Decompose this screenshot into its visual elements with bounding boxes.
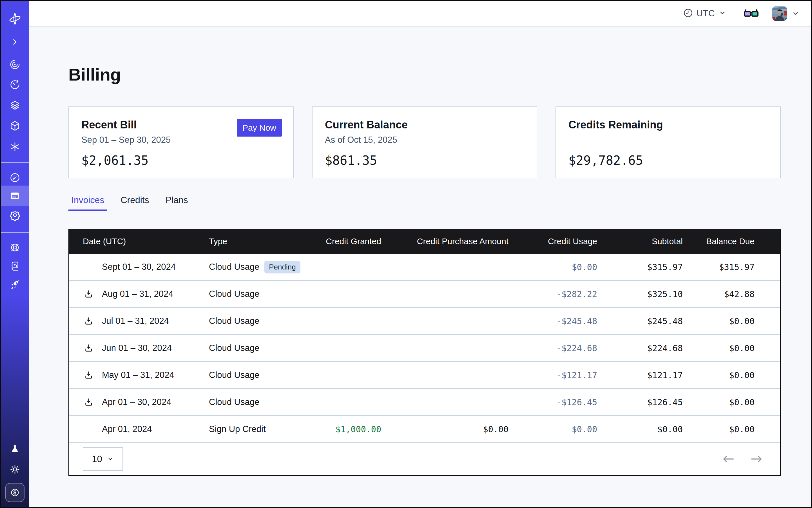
col-type: Type: [209, 237, 302, 246]
flask-icon[interactable]: [8, 442, 22, 457]
table-row: Sept 01 – 30, 2024Cloud UsagePending$0.0…: [69, 254, 780, 281]
summary-cards: Recent Bill Sep 01 – Sep 30, 2025 $2,061…: [69, 107, 781, 178]
invoice-type: Cloud Usage: [209, 370, 259, 380]
col-credit-purchase-amount: Credit Purchase Amount: [381, 237, 509, 246]
invoice-type-cell: Cloud Usage: [209, 316, 302, 326]
balance-due-value: $0.00: [683, 397, 780, 407]
theme-sun-icon[interactable]: [8, 462, 22, 477]
page-title: Billing: [69, 65, 811, 84]
subtotal-value: $315.97: [597, 262, 683, 272]
col-balance-due: Balance Due: [683, 237, 780, 246]
spiral-icon[interactable]: [8, 57, 22, 72]
page-size-select[interactable]: 10: [83, 447, 123, 471]
download-invoice-icon[interactable]: [84, 344, 93, 352]
invoice-type: Cloud Usage: [209, 289, 259, 299]
card-title: Credits Remaining: [568, 119, 768, 131]
sidebar: [1, 1, 29, 507]
current-balance-card: Current Balance As of Oct 15, 2025 $861.…: [312, 107, 537, 178]
col-credit-granted: Credit Granted: [302, 237, 381, 246]
invoice-type: Cloud Usage: [209, 397, 259, 407]
download-invoice-icon[interactable]: [84, 371, 93, 380]
rocket-icon[interactable]: [8, 278, 22, 292]
download-invoice-icon[interactable]: [84, 290, 93, 298]
clock-icon: [683, 8, 693, 19]
invoice-date: May 01 – 31, 2024: [102, 370, 174, 380]
credit-purchase-value: $0.00: [381, 424, 509, 434]
invoice-type: Sign Up Credit: [209, 424, 266, 434]
invoice-type-cell: Cloud Usage: [209, 343, 302, 353]
next-page-button[interactable]: [750, 455, 763, 463]
credit-usage-value: -$245.48: [509, 316, 597, 326]
account-menu-chevron[interactable]: [792, 9, 800, 18]
vision-glasses-icon[interactable]: [743, 8, 759, 19]
avatar[interactable]: [772, 6, 787, 21]
app-window: UTC: [0, 0, 812, 508]
table-row: Apr 01, 2024Sign Up Credit$1,000.00$0.00…: [69, 416, 780, 443]
invoice-type-cell: Sign Up Credit: [209, 424, 302, 434]
balance-due-value: $0.00: [683, 424, 780, 434]
invoice-type-cell: Cloud Usage: [209, 397, 302, 407]
asterisk-icon[interactable]: [8, 139, 22, 154]
invoice-type-cell: Cloud Usage: [209, 370, 302, 380]
invoice-date-cell: Apr 01, 2024: [69, 424, 209, 434]
invoice-date: Jun 01 – 30, 2024: [102, 343, 172, 353]
billing-icon[interactable]: [8, 188, 22, 203]
history-timer-icon[interactable]: [8, 77, 22, 92]
balance-due-value: $0.00: [683, 343, 780, 353]
col-subtotal: Subtotal: [597, 237, 683, 246]
subtotal-value: $224.68: [597, 343, 683, 353]
credit-usage-value: $0.00: [509, 424, 597, 434]
invoice-type: Cloud Usage: [209, 343, 259, 353]
credit-usage-value: -$282.22: [509, 289, 597, 299]
download-invoice-icon[interactable]: [84, 316, 93, 326]
sidebar-divider: [1, 232, 29, 233]
credit-usage-value: -$126.45: [509, 397, 597, 407]
main-column: UTC: [29, 1, 811, 507]
tab-plans[interactable]: Plans: [163, 195, 191, 211]
subtotal-value: $121.17: [597, 370, 683, 380]
sidebar-divider: [1, 162, 29, 163]
table-header: Date (UTC) Type Credit Granted Credit Pu…: [69, 229, 780, 254]
logo-icon[interactable]: [8, 11, 22, 26]
credit-granted-value: $1,000.00: [302, 424, 381, 434]
invoice-date-cell: Apr 01 – 30, 2024: [69, 397, 209, 407]
settings-gear-icon[interactable]: [8, 208, 22, 222]
balance-due-value: $0.00: [683, 370, 780, 380]
table-row: Jul 01 – 31, 2024Cloud Usage-$245.48$245…: [69, 308, 780, 335]
invoice-date-cell: Sept 01 – 30, 2024: [69, 262, 209, 272]
table-row: May 01 – 31, 2024Cloud Usage-$121.17$121…: [69, 362, 780, 389]
invoice-date: Jul 01 – 31, 2024: [102, 316, 169, 326]
tab-invoices[interactable]: Invoices: [69, 195, 107, 211]
recent-bill-card: Recent Bill Sep 01 – Sep 30, 2025 $2,061…: [69, 107, 294, 178]
balance-due-value: $315.97: [683, 262, 780, 272]
credit-usage-value: -$121.17: [509, 370, 597, 380]
current-balance-amount: $861.35: [325, 153, 524, 168]
helm-wheel-icon[interactable]: [8, 240, 22, 255]
invoice-date: Apr 01 – 30, 2024: [102, 397, 171, 407]
invoice-date-cell: May 01 – 31, 2024: [69, 370, 209, 380]
layers-icon[interactable]: [8, 98, 22, 113]
download-invoice-icon[interactable]: [84, 397, 93, 407]
timezone-label: UTC: [696, 8, 715, 18]
invoice-type-cell: Cloud Usage: [209, 289, 302, 299]
prev-page-button[interactable]: [722, 455, 735, 463]
expand-sidebar-icon[interactable]: [8, 35, 22, 49]
timezone-selector[interactable]: UTC: [683, 8, 727, 19]
col-credit-usage: Credit Usage: [509, 237, 597, 246]
invoice-type-cell: Cloud UsagePending: [209, 261, 302, 273]
docs-book-icon[interactable]: [8, 259, 22, 273]
invoice-date: Aug 01 – 31, 2024: [102, 289, 173, 299]
status-badge: Pending: [264, 261, 300, 273]
table-row: Jun 01 – 30, 2024Cloud Usage-$224.68$224…: [69, 335, 780, 362]
recent-bill-amount: $2,061.35: [81, 153, 281, 168]
table-row: Aug 01 – 31, 2024Cloud Usage-$282.22$325…: [69, 281, 780, 308]
cube-icon[interactable]: [8, 119, 22, 133]
credits-dollar-button[interactable]: [5, 483, 25, 502]
tab-credits[interactable]: Credits: [118, 195, 152, 211]
table-footer: 10: [69, 443, 780, 475]
gauge-icon[interactable]: [8, 170, 22, 185]
credits-remaining-amount: $29,782.65: [568, 153, 768, 168]
page-size-value: 10: [92, 454, 102, 464]
invoice-date: Sept 01 – 30, 2024: [102, 262, 176, 272]
pay-now-button[interactable]: Pay Now: [237, 119, 282, 136]
